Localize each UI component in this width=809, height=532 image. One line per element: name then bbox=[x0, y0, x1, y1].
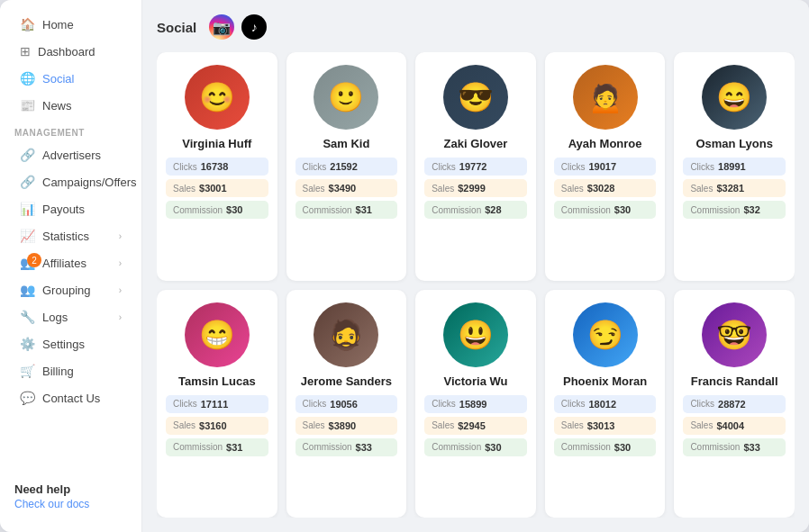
clicks-badge: Clicks 19017 bbox=[554, 158, 657, 176]
affiliate-card[interactable]: 😄 Osman Lyons Clicks 18991 Sales $3281 C… bbox=[674, 52, 795, 281]
sidebar-settings-label: Settings bbox=[42, 338, 85, 351]
commission-label: Commission bbox=[432, 205, 481, 215]
affiliate-card[interactable]: 😎 Zaki Glover Clicks 19772 Sales $2999 C… bbox=[415, 52, 536, 281]
sidebar-item-social[interactable]: 🌐 Social bbox=[5, 65, 136, 92]
sales-label: Sales bbox=[173, 420, 195, 430]
sidebar: 🏠 Home ⊞ Dashboard 🌐 Social 📰 News Manag… bbox=[0, 0, 142, 532]
sidebar-item-grouping[interactable]: 👥 Grouping › bbox=[5, 276, 136, 303]
tiktok-icon[interactable]: ♪ bbox=[241, 14, 267, 40]
sidebar-item-home[interactable]: 🏠 Home bbox=[5, 11, 136, 38]
clicks-badge: Clicks 16738 bbox=[166, 158, 268, 176]
contact-icon: 💬 bbox=[20, 391, 35, 405]
clicks-badge: Clicks 18991 bbox=[683, 158, 786, 176]
clicks-label: Clicks bbox=[432, 162, 456, 172]
sidebar-logs-label: Logs bbox=[42, 311, 68, 324]
affiliate-card[interactable]: 🧔 Jerome Sanders Clicks 19056 Sales $389… bbox=[286, 290, 407, 518]
sidebar-contact-label: Contact Us bbox=[42, 392, 100, 405]
payouts-icon: 📊 bbox=[20, 202, 35, 216]
commission-badge: Commission $32 bbox=[683, 201, 786, 219]
commission-badge: Commission $30 bbox=[166, 201, 268, 219]
sidebar-item-logs[interactable]: 🔧 Logs › bbox=[5, 303, 136, 330]
sidebar-item-payouts[interactable]: 📊 Payouts bbox=[5, 195, 136, 222]
check-docs-link[interactable]: Check our docs bbox=[14, 498, 127, 510]
sales-badge: Sales $3890 bbox=[295, 417, 398, 435]
management-section-label: Management bbox=[0, 119, 141, 141]
sidebar-bottom: Need help Check our docs bbox=[0, 472, 141, 521]
commission-badge: Commission $31 bbox=[166, 438, 268, 456]
sidebar-item-settings[interactable]: ⚙️ Settings bbox=[5, 330, 136, 357]
commission-badge: Commission $30 bbox=[554, 201, 657, 219]
sales-value: $2999 bbox=[458, 183, 486, 194]
affiliate-name: Sam Kid bbox=[323, 137, 369, 150]
commission-label: Commission bbox=[173, 442, 223, 452]
logs-chevron: › bbox=[119, 312, 122, 322]
clicks-value: 16738 bbox=[201, 161, 229, 172]
sales-badge: Sales $2945 bbox=[424, 417, 527, 435]
grouping-chevron: › bbox=[119, 285, 122, 295]
sales-badge: Sales $4004 bbox=[683, 417, 786, 435]
news-icon: 📰 bbox=[20, 98, 35, 113]
dashboard-icon: ⊞ bbox=[20, 44, 31, 59]
affiliate-name: Zaki Glover bbox=[444, 137, 508, 150]
affiliate-card[interactable]: 😊 Virginia Huff Clicks 16738 Sales $3001… bbox=[157, 52, 277, 281]
sales-label: Sales bbox=[561, 420, 584, 430]
affiliate-card[interactable]: 😁 Tamsin Lucas Clicks 17111 Sales $3160 … bbox=[157, 290, 277, 518]
affiliate-name: Tamsin Lucas bbox=[178, 374, 256, 388]
affiliate-name: Phoenix Moran bbox=[563, 374, 647, 388]
affiliate-card[interactable]: 🙂 Sam Kid Clicks 21592 Sales $3490 Commi… bbox=[286, 52, 407, 281]
sidebar-item-contact[interactable]: 💬 Contact Us bbox=[5, 384, 136, 411]
commission-badge: Commission $33 bbox=[683, 438, 786, 456]
main-content: Social 📷 ♪ 😊 Virginia Huff Clicks 16738 … bbox=[142, 0, 809, 532]
commission-value: $32 bbox=[743, 204, 759, 215]
sidebar-item-statistics[interactable]: 📈 Statistics › bbox=[5, 222, 136, 249]
affiliate-name: Victoria Wu bbox=[443, 374, 507, 388]
clicks-label: Clicks bbox=[303, 399, 327, 409]
avatar: 🙂 bbox=[314, 65, 378, 130]
sales-value: $3890 bbox=[329, 420, 357, 431]
sidebar-news-label: News bbox=[42, 99, 72, 113]
clicks-label: Clicks bbox=[432, 399, 456, 409]
clicks-label: Clicks bbox=[173, 399, 197, 409]
sales-value: $3160 bbox=[199, 420, 227, 431]
avatar: 😄 bbox=[702, 65, 767, 130]
affiliate-card[interactable]: 😃 Victoria Wu Clicks 15899 Sales $2945 C… bbox=[415, 290, 536, 518]
avatar: 🙍 bbox=[573, 65, 638, 130]
clicks-label: Clicks bbox=[690, 162, 714, 172]
affiliate-card[interactable]: 😏 Phoenix Moran Clicks 18012 Sales $3013… bbox=[545, 290, 666, 518]
affiliates-grid: 😊 Virginia Huff Clicks 16738 Sales $3001… bbox=[157, 52, 795, 518]
statistics-icon: 📈 bbox=[20, 229, 35, 243]
sales-value: $2945 bbox=[458, 420, 486, 431]
clicks-label: Clicks bbox=[303, 162, 327, 172]
commission-badge: Commission $33 bbox=[295, 438, 398, 456]
commission-badge: Commission $30 bbox=[424, 438, 527, 456]
page-header: Social 📷 ♪ bbox=[157, 14, 795, 40]
sales-badge: Sales $3028 bbox=[554, 179, 657, 197]
sales-badge: Sales $3160 bbox=[166, 417, 268, 435]
avatar: 🤓 bbox=[702, 302, 767, 367]
avatar: 🧔 bbox=[314, 302, 378, 367]
commission-badge: Commission $30 bbox=[554, 438, 657, 456]
instagram-icon[interactable]: 📷 bbox=[209, 14, 234, 40]
affiliate-name: Virginia Huff bbox=[182, 137, 251, 150]
sidebar-dashboard-label: Dashboard bbox=[38, 45, 95, 59]
sales-label: Sales bbox=[432, 184, 454, 194]
sidebar-billing-label: Billing bbox=[42, 365, 74, 378]
commission-value: $30 bbox=[485, 442, 501, 453]
sidebar-statistics-label: Statistics bbox=[42, 230, 89, 243]
sidebar-item-dashboard[interactable]: ⊞ Dashboard bbox=[5, 38, 136, 65]
sidebar-item-advertisers[interactable]: 🔗 Advertisers bbox=[5, 141, 136, 168]
affiliate-card[interactable]: 🤓 Francis Randall Clicks 28872 Sales $40… bbox=[674, 290, 795, 518]
commission-label: Commission bbox=[303, 442, 352, 452]
affiliate-name: Jerome Sanders bbox=[301, 374, 392, 388]
clicks-label: Clicks bbox=[690, 399, 714, 409]
sidebar-item-news[interactable]: 📰 News bbox=[5, 92, 136, 119]
sales-badge: Sales $3001 bbox=[166, 179, 268, 197]
sidebar-item-billing[interactable]: 🛒 Billing bbox=[5, 357, 136, 384]
sidebar-item-campaigns[interactable]: 🔗 Campaigns/Offers bbox=[5, 168, 136, 195]
sidebar-item-affiliates[interactable]: 👥 Affiliates 2 › bbox=[5, 249, 136, 276]
commission-label: Commission bbox=[561, 205, 611, 215]
clicks-badge: Clicks 18012 bbox=[554, 395, 657, 413]
commission-value: $33 bbox=[743, 442, 759, 453]
affiliate-card[interactable]: 🙍 Ayah Monroe Clicks 19017 Sales $3028 C… bbox=[545, 52, 666, 281]
clicks-value: 15899 bbox=[459, 399, 487, 410]
